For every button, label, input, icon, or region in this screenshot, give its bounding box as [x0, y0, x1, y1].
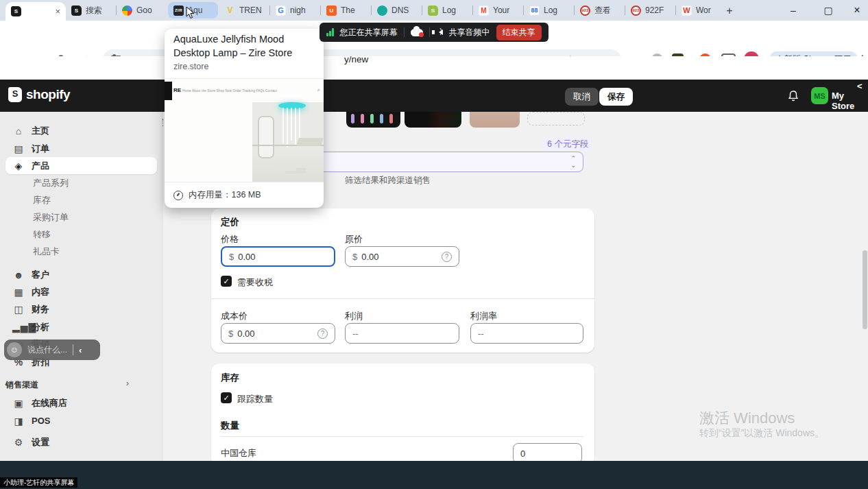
- store-name: My Store: [832, 91, 868, 111]
- google-favicon: G: [276, 5, 286, 16]
- tab-word[interactable]: W Wor: [676, 0, 726, 21]
- windows-activation-watermark: 激活 Windows: [699, 408, 795, 429]
- pricing-card: 定价 价格 原价 $ 0.00 $ 0.00 ? ✓ 需要收税 成本价 利润 利…: [211, 208, 594, 353]
- cost-input[interactable]: $ 0.00 ?: [221, 323, 335, 344]
- cancel-button[interactable]: 取消: [565, 88, 599, 106]
- margin-input[interactable]: --: [470, 323, 583, 344]
- window-maximize-button[interactable]: ▢: [815, 0, 842, 21]
- gmail-favicon: M: [479, 5, 489, 16]
- popup-page-preview: RE Home About the Store Shop Now Order T…: [165, 78, 324, 182]
- memory-gauge-icon: [173, 191, 183, 200]
- store-avatar[interactable]: MS: [811, 87, 828, 104]
- zire-favicon: ZIR: [173, 5, 184, 16]
- profit-label: 利润: [345, 310, 363, 322]
- window-minimize-button[interactable]: –: [780, 0, 807, 21]
- tab-gmail[interactable]: M Your: [473, 0, 523, 21]
- select-up-icon: ⌃: [570, 155, 576, 162]
- notifications-bell-icon[interactable]: [787, 90, 799, 102]
- tab-trend[interactable]: V TREN: [219, 0, 269, 21]
- product-media-thumbnail[interactable]: [470, 112, 520, 128]
- sidebar-item-home[interactable]: ⌂ 主页: [5, 122, 157, 139]
- tab-logo2[interactable]: 88 Log: [524, 0, 574, 21]
- sidebar-item-pos[interactable]: ◨ POS: [5, 412, 157, 429]
- profit-input[interactable]: --: [345, 323, 459, 344]
- tab-logo1[interactable]: S Log: [422, 0, 472, 21]
- windows-activation-hint: 转到“设置”以激活 Windows。: [699, 427, 824, 440]
- scrollbar-thumb[interactable]: [863, 250, 867, 329]
- preview-product-image: [252, 102, 324, 182]
- trend-favicon: V: [225, 5, 235, 16]
- home-icon: ⌂: [12, 126, 25, 136]
- tab-922-view[interactable]: 922 查看: [575, 0, 625, 21]
- help-icon[interactable]: ?: [317, 329, 328, 339]
- sidebar-item-content[interactable]: ▦ 内容: [5, 283, 157, 300]
- wps-favicon: W: [682, 5, 692, 16]
- popup-title: AquaLuxe Jellyfish Mood Desktop Lamp – Z…: [173, 32, 315, 60]
- product-media-thumbnail[interactable]: [405, 112, 461, 128]
- compare-price-input[interactable]: $ 0.00 ?: [345, 246, 459, 267]
- address-tail-text: y/new: [344, 54, 368, 64]
- tab-shopify-active[interactable]: S ×: [5, 2, 66, 21]
- products-tag-icon: ◈: [12, 160, 25, 171]
- 922-favicon: 922: [580, 5, 590, 16]
- audio-sharing-text: 共享音频中: [449, 27, 490, 38]
- charge-tax-checkbox[interactable]: ✓: [221, 276, 232, 287]
- tab-search[interactable]: S 搜索: [66, 0, 116, 21]
- sidebar-item-finance[interactable]: ◫ 财务: [5, 300, 157, 318]
- windows-taskbar: W X 8 15 ∧ ψ ◀) ✎ 英 16:24 2024/10/31: [0, 461, 868, 489]
- price-input[interactable]: $ 0.00: [221, 246, 335, 267]
- sidebar-item-analytics[interactable]: ▂▅▇ 分析: [5, 318, 157, 335]
- chat-collapse-icon[interactable]: ‹: [79, 345, 82, 355]
- track-quantity-checkbox[interactable]: ✓: [221, 392, 232, 403]
- category-hint-text: 筛选结果和跨渠道销售: [345, 175, 431, 187]
- shopify-favicon: S: [11, 6, 21, 16]
- sidebar-item-settings[interactable]: ⚙ 设置: [5, 433, 157, 451]
- pos-icon: ◨: [12, 416, 25, 427]
- sidebar-item-collections[interactable]: 产品系列: [33, 177, 69, 189]
- popup-url: zire.store: [173, 62, 208, 71]
- dns-favicon: [377, 5, 387, 16]
- tab-google[interactable]: Goo: [117, 0, 167, 21]
- sales-channels-expand-icon[interactable]: ›: [126, 379, 129, 388]
- sidebar-item-purchase-orders[interactable]: 采购订单: [33, 211, 69, 224]
- shopify-sidebar: ⌂ 主页 ▤ 订单 ◈ 产品 产品系列 库存 采购订单 转移 礼品卡 ☻ 客户 …: [0, 112, 162, 461]
- finance-icon: ◫: [12, 304, 25, 315]
- metafields-link[interactable]: 6 个元字段: [542, 137, 594, 152]
- tab-night[interactable]: G nigh: [270, 0, 320, 21]
- tab-922[interactable]: 922 922F: [625, 0, 675, 21]
- 922-favicon: 922: [631, 5, 641, 16]
- tab-dns[interactable]: DNS: [372, 0, 422, 21]
- sidebar-item-inventory[interactable]: 库存: [33, 194, 51, 206]
- sidebar-item-customers[interactable]: ☻ 客户: [5, 266, 157, 283]
- sidebar-item-gift-cards[interactable]: 礼品卡: [33, 246, 60, 258]
- settings-gear-icon: ⚙: [12, 437, 25, 448]
- chat-input-placeholder[interactable]: 说点什么...: [27, 344, 67, 356]
- compare-price-label: 原价: [345, 233, 363, 246]
- tab-the[interactable]: U The: [321, 0, 371, 21]
- tab-preview-popup: AquaLuxe Jellyfish Mood Desktop Lamp – Z…: [165, 29, 324, 208]
- shopify-green-favicon: S: [428, 5, 438, 16]
- help-icon[interactable]: ?: [442, 252, 452, 262]
- sidebar-item-orders[interactable]: ▤ 订单: [5, 140, 157, 157]
- product-media-thumbnail[interactable]: [346, 112, 400, 128]
- select-down-icon: ⌄: [570, 162, 576, 169]
- collapse-chevron-icon[interactable]: <: [857, 81, 863, 91]
- chat-avatar-icon: ☺: [7, 342, 22, 357]
- sidebar-item-products[interactable]: ◈ 产品: [5, 157, 157, 174]
- sidebar-item-online-store[interactable]: ▣ 在线商店: [5, 394, 157, 412]
- shopify-header: [0, 80, 868, 112]
- screen: S × S 搜索 Goo ZIR Aqu V TREN G ni: [0, 0, 868, 489]
- tab-close-icon[interactable]: ×: [55, 6, 60, 16]
- shopify-logo: shopify: [8, 87, 70, 102]
- new-tab-button[interactable]: +: [721, 3, 738, 19]
- window-close-button[interactable]: ×: [843, 0, 868, 21]
- stop-sharing-button[interactable]: 结束共享: [496, 25, 542, 40]
- preview-search-icon: ⌕: [317, 87, 320, 93]
- chat-widget[interactable]: ☺ 说点什么... ‹: [4, 339, 100, 360]
- margin-label: 利润率: [470, 310, 497, 322]
- quantity-heading: 数量: [221, 420, 239, 432]
- analytics-icon: ▂▅▇: [12, 322, 25, 333]
- save-button[interactable]: 保存: [599, 88, 633, 106]
- add-media-dropzone[interactable]: [527, 112, 585, 126]
- sidebar-item-transfers[interactable]: 转移: [33, 228, 51, 241]
